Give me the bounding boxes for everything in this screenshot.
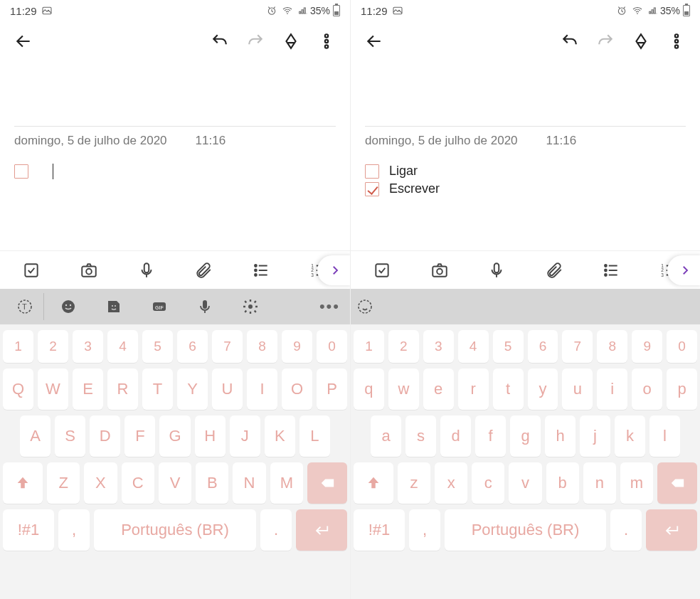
voice-button[interactable]: [117, 251, 175, 289]
key-0[interactable]: 0: [667, 330, 697, 363]
key-o[interactable]: o: [632, 369, 662, 410]
backspace-key[interactable]: [307, 462, 347, 504]
key-b[interactable]: b: [546, 462, 579, 504]
key-r[interactable]: r: [458, 369, 489, 410]
key-p[interactable]: P: [317, 369, 347, 410]
key-u[interactable]: U: [212, 369, 243, 410]
toolbar-expand-button[interactable]: [317, 255, 353, 285]
undo-button[interactable]: [203, 25, 236, 58]
key-h[interactable]: h: [545, 415, 576, 457]
key-5[interactable]: 5: [493, 330, 524, 363]
key-7[interactable]: 7: [212, 330, 243, 363]
key-m[interactable]: M: [270, 462, 303, 504]
symbols-key[interactable]: !#1: [3, 509, 54, 551]
key-e[interactable]: e: [423, 369, 454, 410]
backspace-key[interactable]: [657, 462, 697, 504]
key-i[interactable]: i: [597, 369, 627, 410]
period-key[interactable]: .: [260, 509, 292, 551]
camera-button[interactable]: [60, 251, 118, 289]
key-t[interactable]: T: [142, 369, 173, 410]
undo-button[interactable]: [553, 25, 586, 58]
key-e[interactable]: E: [73, 369, 103, 410]
key-7[interactable]: 7: [562, 330, 593, 363]
key-k[interactable]: K: [265, 415, 295, 457]
key-5[interactable]: 5: [142, 330, 173, 363]
checklist-button[interactable]: [3, 251, 60, 289]
key-q[interactable]: q: [354, 369, 384, 410]
key-x[interactable]: x: [435, 462, 467, 504]
key-p[interactable]: p: [667, 369, 697, 410]
checkbox-icon[interactable]: [14, 164, 28, 179]
note-body[interactable]: domingo, 5 de julho de 2020 11:16: [0, 61, 350, 250]
key-c[interactable]: c: [472, 462, 504, 504]
key-3[interactable]: 3: [423, 330, 454, 363]
pen-button[interactable]: [625, 25, 657, 58]
checkbox-icon[interactable]: [365, 164, 379, 179]
key-1[interactable]: 1: [354, 330, 384, 363]
space-key[interactable]: Português (BR): [94, 509, 256, 551]
voice-button[interactable]: [468, 251, 526, 289]
key-4[interactable]: 4: [458, 330, 489, 363]
enter-key[interactable]: [296, 509, 347, 551]
checklist-item-label[interactable]: Escrever: [389, 181, 440, 196]
comma-key[interactable]: ,: [409, 509, 440, 551]
key-a[interactable]: a: [371, 415, 401, 457]
key-9[interactable]: 9: [282, 330, 312, 363]
key-z[interactable]: Z: [47, 462, 80, 504]
key-v[interactable]: V: [159, 462, 191, 504]
key-h[interactable]: H: [195, 415, 226, 457]
key-s[interactable]: s: [405, 415, 436, 457]
redo-button[interactable]: [239, 25, 272, 58]
key-k[interactable]: k: [615, 415, 645, 457]
key-q[interactable]: Q: [3, 369, 33, 410]
back-button[interactable]: [7, 25, 40, 58]
key-w[interactable]: W: [38, 369, 68, 410]
keyboard-more-icon[interactable]: •••: [319, 297, 344, 316]
checklist[interactable]: [14, 159, 336, 181]
key-b[interactable]: B: [196, 462, 228, 504]
bullet-list-button[interactable]: [233, 251, 290, 289]
attachment-button[interactable]: [526, 251, 583, 289]
key-n[interactable]: n: [583, 462, 616, 504]
key-r[interactable]: R: [107, 369, 138, 410]
key-u[interactable]: u: [562, 369, 593, 410]
key-2[interactable]: 2: [388, 330, 419, 363]
overflow-menu-button[interactable]: [660, 25, 693, 58]
checklist-button[interactable]: [354, 251, 411, 289]
key-x[interactable]: X: [84, 462, 117, 504]
redo-button[interactable]: [589, 25, 622, 58]
checklist-item-label[interactable]: Ligar: [389, 164, 418, 179]
key-l[interactable]: L: [299, 415, 330, 457]
key-c[interactable]: C: [122, 462, 154, 504]
shift-key[interactable]: [3, 462, 43, 504]
gif-icon[interactable]: GIF: [138, 293, 181, 320]
key-2[interactable]: 2: [38, 330, 68, 363]
key-y[interactable]: Y: [177, 369, 208, 410]
symbols-key[interactable]: !#1: [354, 509, 405, 551]
enter-key[interactable]: [646, 509, 697, 551]
bullet-list-button[interactable]: [583, 251, 640, 289]
text-select-icon[interactable]: [356, 293, 373, 320]
key-6[interactable]: 6: [528, 330, 558, 363]
note-body[interactable]: domingo, 5 de julho de 2020 11:16 Ligar …: [351, 61, 700, 250]
checklist-item[interactable]: Escrever: [365, 180, 686, 198]
space-key[interactable]: Português (BR): [445, 509, 606, 551]
key-i[interactable]: I: [247, 369, 277, 410]
key-y[interactable]: y: [528, 369, 558, 410]
key-j[interactable]: J: [230, 415, 260, 457]
settings-icon[interactable]: [229, 293, 272, 320]
key-g[interactable]: G: [159, 415, 190, 457]
key-d[interactable]: D: [90, 415, 120, 457]
checklist[interactable]: Ligar Escrever: [365, 159, 686, 198]
checklist-item[interactable]: Ligar: [365, 162, 686, 180]
key-t[interactable]: t: [493, 369, 524, 410]
checkbox-icon[interactable]: [365, 182, 379, 196]
key-9[interactable]: 9: [632, 330, 662, 363]
key-o[interactable]: O: [282, 369, 312, 410]
shift-key[interactable]: [354, 462, 393, 504]
back-button[interactable]: [358, 25, 391, 58]
key-l[interactable]: l: [649, 415, 680, 457]
key-z[interactable]: z: [398, 462, 430, 504]
checklist-item[interactable]: [14, 162, 336, 181]
key-4[interactable]: 4: [107, 330, 138, 363]
